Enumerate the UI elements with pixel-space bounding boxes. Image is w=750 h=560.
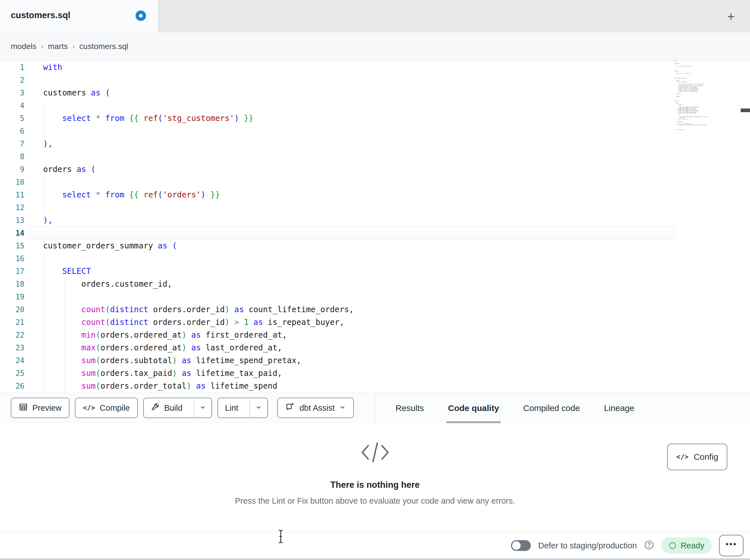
code-line[interactable]: 3customers as (: [0, 86, 674, 99]
tab-bar: customers.sql +: [0, 0, 750, 32]
code-line[interactable]: 1with: [0, 61, 674, 74]
ready-status-pill[interactable]: Ready: [661, 537, 712, 554]
code-line[interactable]: 14: [0, 227, 674, 240]
breadcrumb-separator: ›: [41, 42, 43, 51]
line-number: 15: [0, 240, 24, 252]
toolbar-divider: [375, 393, 375, 423]
wrench-icon: [151, 402, 160, 414]
tabbar-separator: [716, 0, 716, 32]
code-line[interactable]: 12: [0, 201, 674, 214]
config-button[interactable]: </> Config: [667, 443, 727, 470]
code-line[interactable]: 16: [0, 252, 674, 265]
chevron-down-icon: [255, 403, 262, 413]
code-line[interactable]: 26 sum(orders.order_total) as lifetime_s…: [0, 379, 674, 392]
code-line[interactable]: 11 select * from {{ ref('orders') }}: [0, 188, 674, 201]
breadcrumb-separator: ›: [72, 42, 75, 51]
line-number: 18: [0, 278, 24, 291]
code-line[interactable]: 2: [0, 74, 674, 86]
code-line[interactable]: 23 max(orders.ordered_at) as last_ordere…: [0, 341, 674, 354]
breadcrumb: models › marts › customers.sql: [11, 32, 128, 61]
breadcrumb-bar: models › marts › customers.sql Save: [0, 32, 750, 61]
line-number: 6: [0, 125, 24, 138]
line-number: 9: [0, 163, 24, 176]
line-number: 12: [0, 201, 24, 214]
build-dropdown-button[interactable]: [194, 398, 212, 417]
line-number: 1: [0, 61, 24, 74]
code-line[interactable]: 15customer_orders_summary as (: [0, 240, 674, 252]
line-number: 20: [0, 303, 24, 316]
line-number: 19: [0, 291, 24, 303]
code-lines[interactable]: 1with23customers as (45 select * from {{…: [0, 61, 674, 392]
line-number: 13: [0, 214, 24, 227]
code-line[interactable]: 19: [0, 290, 674, 303]
code-editor[interactable]: 1with23customers as (45 select * from {{…: [0, 61, 750, 392]
compile-label: Compile: [100, 403, 130, 413]
compile-button[interactable]: </> Compile: [75, 398, 138, 418]
tab-title: customers.sql: [11, 10, 70, 20]
code-line[interactable]: 4: [0, 99, 674, 112]
minimap[interactable]: withcustomers as ( select * from {{ ref(…: [674, 61, 741, 134]
text-cursor-pointer: [276, 529, 286, 545]
ready-label: Ready: [680, 541, 704, 551]
code-line[interactable]: 20 count(distinct orders.order_id) as co…: [0, 303, 674, 316]
code-line[interactable]: 6: [0, 125, 674, 138]
line-number: 3: [0, 87, 24, 99]
build-split-button: Build: [143, 398, 212, 418]
empty-state-title: There is nothing here: [0, 480, 750, 490]
breadcrumb-marts[interactable]: marts: [48, 42, 68, 51]
code-line[interactable]: 25 sum(orders.tax_paid) as lifetime_tax_…: [0, 367, 674, 379]
breadcrumb-file[interactable]: customers.sql: [79, 42, 129, 51]
code-line[interactable]: 13),: [0, 214, 674, 227]
code-line[interactable]: 9orders as (: [0, 163, 674, 175]
code-icon: </>: [83, 404, 95, 412]
new-tab-button[interactable]: +: [723, 8, 739, 24]
tab-code-quality[interactable]: Code quality: [448, 393, 499, 423]
unsaved-changes-dot-icon: [136, 11, 146, 21]
line-number: 14: [0, 227, 24, 240]
lint-dropdown-button[interactable]: [250, 398, 268, 417]
code-line[interactable]: 21 count(distinct orders.order_id) > 1 a…: [0, 316, 674, 329]
lint-split-button: Lint: [217, 398, 268, 418]
code-icon: </>: [676, 453, 689, 461]
line-number: 25: [0, 367, 24, 380]
tab-lineage[interactable]: Lineage: [604, 393, 634, 423]
breadcrumb-models[interactable]: models: [11, 42, 36, 51]
line-number: 10: [0, 176, 24, 189]
assist-sparkle-icon: [285, 402, 295, 414]
build-button[interactable]: Build: [144, 398, 190, 417]
tab-results[interactable]: Results: [396, 393, 424, 423]
tab-customers-sql[interactable]: customers.sql: [0, 0, 158, 32]
lint-label: Lint: [225, 403, 238, 413]
more-options-button[interactable]: •••: [719, 535, 744, 556]
preview-button[interactable]: Preview: [11, 398, 70, 418]
line-number: 7: [0, 138, 24, 150]
code-line[interactable]: 7),: [0, 138, 674, 150]
editor-toolbar: Preview </> Compile Build: [0, 393, 750, 423]
ready-circle-icon: [669, 542, 676, 549]
config-label: Config: [694, 452, 718, 462]
line-number: 2: [0, 74, 24, 87]
code-line[interactable]: 22 min(orders.ordered_at) as first_order…: [0, 329, 674, 341]
code-line[interactable]: 24 sum(orders.subtotal) as lifetime_spen…: [0, 354, 674, 367]
dbt-assist-button[interactable]: dbt Assist: [277, 398, 354, 418]
chevron-down-icon: [199, 403, 206, 413]
code-line[interactable]: 10: [0, 175, 674, 188]
chevron-down-icon: [339, 403, 346, 413]
panel-tabs: Results Code quality Compiled code Linea…: [396, 393, 634, 423]
defer-toggle[interactable]: [511, 540, 531, 551]
tab-compiled-code[interactable]: Compiled code: [523, 393, 580, 423]
line-number: 22: [0, 329, 24, 341]
line-number: 8: [0, 150, 24, 163]
code-line[interactable]: 18 orders.customer_id,: [0, 277, 674, 290]
code-line[interactable]: 5 select * from {{ ref('stg_customers') …: [0, 112, 674, 125]
line-number: 17: [0, 265, 24, 278]
lint-button[interactable]: Lint: [218, 398, 245, 417]
scrollbar-thumb[interactable]: [741, 108, 750, 112]
line-number: 11: [0, 189, 24, 201]
code-line[interactable]: 17 SELECT: [0, 265, 674, 277]
help-icon[interactable]: [644, 540, 654, 551]
defer-label: Defer to staging/production: [538, 541, 637, 551]
code-line[interactable]: 8: [0, 150, 674, 163]
table-icon: [19, 402, 28, 414]
toggle-knob: [512, 541, 520, 550]
